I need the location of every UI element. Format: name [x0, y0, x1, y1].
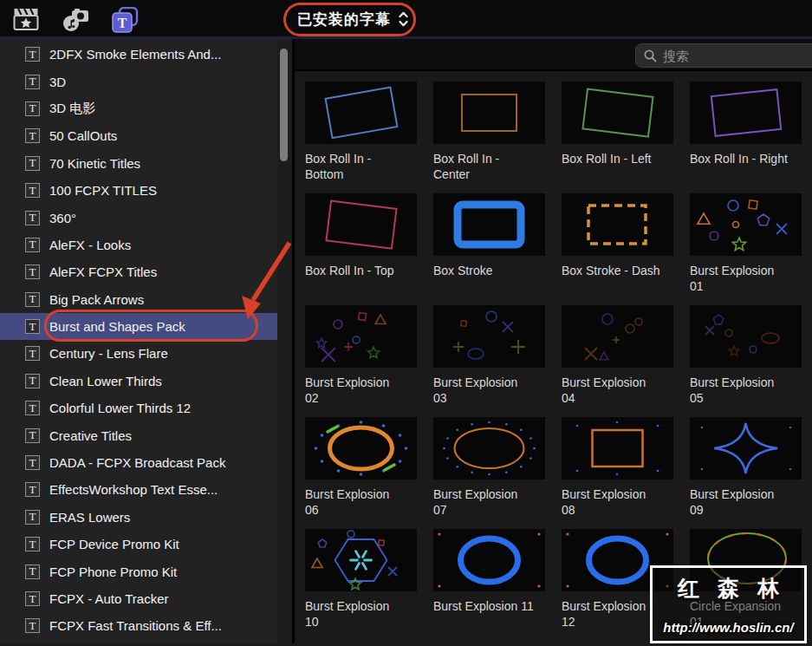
title-thumbnail[interactable]	[562, 82, 673, 144]
sidebar-item[interactable]: T3D 电影	[0, 95, 277, 122]
title-cell: Box Roll In - Right	[690, 82, 802, 182]
title-label-line: 02	[305, 390, 417, 406]
text-title-icon: T	[25, 264, 40, 279]
sidebar-item[interactable]: TFCP Device Promo Kit	[0, 531, 277, 558]
text-title-icon: T	[25, 319, 40, 334]
sidebar-item-label: FCP Phone Promo Kit	[49, 564, 177, 579]
sidebar-scrollbar-thumb[interactable]	[280, 49, 288, 161]
sidebar-item[interactable]: T70 Kinetic Titles	[0, 150, 277, 177]
title-label: Burst Explosion02	[305, 375, 417, 406]
text-title-icon: T	[25, 238, 40, 252]
title-label: Burst Explosion01	[690, 263, 802, 294]
sidebar-item-label: Burst and Shapes Pack	[49, 319, 185, 334]
title-label: Box Roll In -Center	[433, 151, 545, 182]
sidebar-item[interactable]: TEffectsWorkshop Text Esse...	[0, 476, 277, 503]
title-thumbnail[interactable]	[305, 529, 417, 591]
title-label: Burst Explosion06	[305, 486, 417, 518]
title-label-line: 01	[690, 278, 802, 294]
sidebar-item[interactable]: T3D	[0, 68, 277, 95]
title-thumbnail[interactable]	[562, 305, 673, 368]
sidebar-item[interactable]: TCentury - Lens Flare	[0, 340, 277, 367]
title-cell: Burst Explosion03	[433, 305, 545, 406]
title-label-line: 09	[690, 502, 802, 518]
title-thumbnail[interactable]	[433, 305, 545, 368]
sidebar-item[interactable]: TAleFX - Looks	[0, 232, 277, 258]
title-thumbnail[interactable]	[690, 193, 802, 256]
title-cell: Burst Explosion01	[690, 193, 802, 294]
title-label-line: Box Roll In -	[433, 151, 545, 166]
sidebar-item[interactable]: TBig Pack Arrows	[0, 286, 277, 313]
titles-generators-browser-icon-active[interactable]: T	[111, 7, 139, 33]
sidebar-item[interactable]: TFCPX - Auto Tracker	[0, 585, 277, 612]
title-label-line: Burst Explosion	[690, 263, 802, 278]
text-title-icon: T	[25, 482, 40, 497]
title-cell: Box Roll In -Center	[433, 82, 545, 182]
title-thumbnail[interactable]	[433, 529, 545, 591]
title-thumbnail[interactable]	[433, 193, 545, 256]
sidebar-item[interactable]: T50 CallOuts	[0, 122, 277, 149]
text-title-icon: T	[25, 101, 40, 116]
sidebar-item[interactable]: TColorful Lower Thirds 12	[0, 395, 277, 421]
text-title-icon: T	[25, 374, 40, 388]
search-input[interactable]	[663, 49, 793, 63]
sidebar-item[interactable]: TBurst and Shapes Pack	[0, 313, 277, 340]
title-label-line: 08	[562, 502, 673, 518]
search-bar-row	[295, 39, 812, 71]
title-thumbnail[interactable]	[562, 193, 673, 256]
title-label-line: 10	[305, 614, 417, 630]
title-thumbnail[interactable]	[690, 417, 802, 480]
title-thumbnail[interactable]	[305, 305, 417, 368]
sidebar-item[interactable]: TERAS Lowers	[0, 504, 277, 531]
title-thumbnail[interactable]	[690, 305, 802, 368]
text-title-icon: T	[25, 564, 40, 579]
title-cell: Burst Explosion09	[690, 417, 802, 518]
chevron-updown-icon	[399, 11, 408, 27]
title-label-line: 05	[690, 390, 802, 406]
title-label-line: Burst Explosion	[433, 375, 545, 390]
sidebar-item-label: 360°	[49, 211, 76, 225]
sidebar-item[interactable]: T2DFX Smoke Elements And...	[0, 41, 277, 68]
search-field[interactable]	[635, 43, 812, 68]
title-label: Box Roll In - Top	[305, 263, 417, 278]
title-cell: Box Stroke - Dash	[562, 193, 673, 294]
sidebar-item[interactable]: TFCP Phone Promo Kit	[0, 558, 277, 584]
title-label: Burst Explosion03	[433, 375, 545, 406]
sidebar-item-label: 50 CallOuts	[49, 128, 117, 143]
title-cell: Box Roll In - Left	[562, 82, 673, 182]
text-title-icon: T	[25, 346, 40, 361]
title-cell: Box Roll In - Top	[305, 193, 417, 294]
category-dropdown[interactable]: 已安装的字幕	[297, 7, 408, 31]
watermark-url: http://www.hoslin.cn/	[653, 620, 804, 635]
sidebar-item[interactable]: TDADA - FCPX Broadcast Pack	[0, 449, 277, 476]
sidebar-item[interactable]: T100 FCPX TITLES	[0, 177, 277, 204]
sidebar-item[interactable]: TClean Lower Thirds	[0, 368, 277, 395]
title-thumbnail[interactable]	[305, 193, 417, 256]
title-label-line: Burst Explosion 11	[433, 598, 545, 614]
sidebar-item-label: Creative Titles	[49, 428, 132, 443]
text-title-icon: T	[25, 455, 40, 470]
title-label: Box Stroke	[433, 263, 545, 278]
sidebar-item-label: Clean Lower Thirds	[49, 374, 162, 388]
sidebar-item[interactable]: TCreative Titles	[0, 421, 277, 448]
title-thumbnail[interactable]	[305, 417, 417, 480]
title-label: Box Roll In - Left	[562, 151, 673, 166]
sidebar-item[interactable]: T360°	[0, 204, 277, 231]
title-thumbnail[interactable]	[305, 82, 417, 144]
title-thumbnail[interactable]	[433, 417, 545, 480]
title-thumbnail[interactable]	[690, 82, 802, 144]
photos-audio-browser-icon[interactable]	[62, 7, 89, 33]
title-thumbnail[interactable]	[562, 417, 673, 480]
search-icon	[644, 49, 657, 62]
sidebar-item[interactable]: TFCPX Fast Transitions & Eff...	[0, 612, 277, 639]
text-title-icon: T	[25, 428, 40, 443]
title-thumbnail[interactable]	[433, 82, 545, 144]
text-title-icon: T	[25, 618, 40, 633]
title-label-line: Burst Explosion	[690, 375, 802, 390]
title-cell: Burst Explosion06	[305, 417, 417, 518]
title-label-line: Box Roll In - Right	[690, 151, 802, 166]
sidebar-item[interactable]: TAleFX FCPX Titles	[0, 258, 277, 285]
effects-browser-icon[interactable]	[13, 7, 41, 33]
text-title-icon: T	[25, 591, 40, 606]
title-label-line: Burst Explosion	[305, 375, 417, 390]
title-cell: Burst Explosion08	[562, 417, 673, 518]
